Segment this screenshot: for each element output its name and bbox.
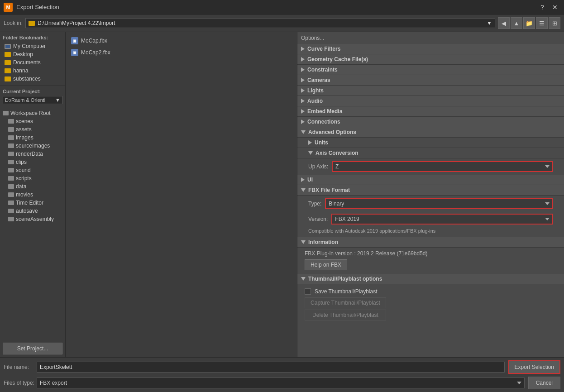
tree-item-workspace-root[interactable]: Workspace Root xyxy=(0,109,65,117)
folder-icon xyxy=(29,21,35,26)
up-axis-dropdown[interactable]: Z xyxy=(332,161,553,172)
file-name-mocap2: MoCap2.fbx xyxy=(81,49,110,56)
help-button[interactable]: ? xyxy=(537,2,548,13)
file-type-dropdown[interactable]: FBX export xyxy=(37,378,525,388)
toolbar-buttons: ◀ ▲ 📁 ☰ ⊞ xyxy=(498,17,560,29)
bookmark-desktop-label: Desktop xyxy=(13,51,33,57)
new-folder-button[interactable]: 📁 xyxy=(523,17,535,29)
file-type-arrow xyxy=(517,382,521,384)
type-row: Type: Binary xyxy=(297,196,564,212)
section-cameras-label: Cameras xyxy=(307,77,330,83)
bookmark-hanna[interactable]: hanna xyxy=(3,67,62,75)
section-lights-label: Lights xyxy=(307,87,324,94)
file-item-mocap[interactable]: ▣ MoCap.fbx xyxy=(69,36,293,46)
up-axis-label: Up Axis: xyxy=(308,163,328,170)
tree-item-scripts-label: scripts xyxy=(16,175,32,182)
grid-view-button[interactable]: ⊞ xyxy=(549,17,560,29)
save-thumbnail-row: Save Thumbnail/Playblast xyxy=(305,287,557,296)
section-cameras[interactable]: Cameras xyxy=(297,75,564,86)
section-fbx-file-format[interactable]: FBX File Format xyxy=(297,185,564,196)
tree-item-scripts[interactable]: scripts xyxy=(0,174,65,182)
file-name-input[interactable] xyxy=(37,362,505,373)
section-lights[interactable]: Lights xyxy=(297,86,564,96)
file-name-mocap: MoCap.fbx xyxy=(81,38,107,44)
cancel-button[interactable]: Cancel xyxy=(528,377,560,389)
help-fbx-button[interactable]: Help on FBX xyxy=(305,259,347,270)
options-scroll[interactable]: Curve Filters Geometry Cache File(s) Con… xyxy=(297,44,564,357)
export-selection-button[interactable]: Export Selection xyxy=(508,360,560,374)
file-type-value: FBX export xyxy=(40,380,67,386)
triangle-thumbnail xyxy=(301,277,306,281)
tree-item-sourceimages[interactable]: sourceImages xyxy=(0,142,65,150)
tree-item-sound-label: sound xyxy=(16,167,31,173)
type-dropdown[interactable]: Binary xyxy=(325,198,553,209)
folder-documents-icon xyxy=(5,60,11,65)
tree-item-assets[interactable]: assets xyxy=(0,125,65,134)
tree-item-sceneassembly[interactable]: sceneAssembly xyxy=(0,215,65,223)
section-thumbnail[interactable]: Thumbnail/Playblast options xyxy=(297,274,564,284)
look-in-bar: Look in: D:\Unreal\MyProject 4.22\Import… xyxy=(0,14,564,32)
tree-item-sound[interactable]: sound xyxy=(0,166,65,174)
type-value: Binary xyxy=(329,201,344,207)
file-name-row: File name: Export Selection xyxy=(4,360,560,374)
bookmark-substances[interactable]: substances xyxy=(3,75,62,83)
tree-item-images[interactable]: images xyxy=(0,134,65,142)
tree-item-movies[interactable]: movies xyxy=(0,191,65,199)
bottom-bar: File name: Export Selection Files of typ… xyxy=(0,357,564,392)
close-button[interactable]: ✕ xyxy=(550,2,560,13)
tree-item-renderdata[interactable]: renderData xyxy=(0,150,65,158)
monitor-icon xyxy=(5,44,11,49)
tree-item-assets-label: assets xyxy=(16,126,32,133)
tree-item-renderdata-label: renderData xyxy=(16,151,43,157)
tree-item-data[interactable]: data xyxy=(0,182,65,191)
section-embed-media[interactable]: Embed Media xyxy=(297,106,564,117)
folder-hanna-icon xyxy=(5,68,11,73)
section-constraints-label: Constraints xyxy=(307,67,338,73)
tree-item-time-editor[interactable]: Time Editor xyxy=(0,199,65,207)
up-axis-arrow xyxy=(545,165,550,168)
nav-back-button[interactable]: ◀ xyxy=(498,17,510,29)
list-view-button[interactable]: ☰ xyxy=(536,17,548,29)
bookmark-documents[interactable]: Documents xyxy=(3,58,62,67)
section-ui[interactable]: UI xyxy=(297,175,564,185)
section-advanced-options[interactable]: Advanced Options xyxy=(297,127,564,138)
version-dropdown[interactable]: FBX 2019 xyxy=(331,214,553,225)
section-fbx-format-label: FBX File Format xyxy=(308,187,350,193)
section-axis-conversion[interactable]: Axis Conversion xyxy=(297,148,564,158)
tree-item-scenes[interactable]: scenes xyxy=(0,117,65,125)
section-audio[interactable]: Audio xyxy=(297,96,564,106)
project-dropdown[interactable]: D:/Raum & Orienti ▼ xyxy=(3,96,62,104)
triangle-geometry-cache xyxy=(301,57,305,62)
project-dropdown-arrow: ▼ xyxy=(55,97,60,103)
file-item-mocap2[interactable]: ▣ MoCap2.fbx xyxy=(69,48,293,57)
nav-up-button[interactable]: ▲ xyxy=(511,17,522,29)
tree-item-autosave[interactable]: autosave xyxy=(0,207,65,215)
thumbnail-section: Save Thumbnail/Playblast Capture Thumbna… xyxy=(297,284,564,325)
section-units[interactable]: Units xyxy=(297,138,564,148)
bookmark-desktop[interactable]: Desktop xyxy=(3,50,62,58)
look-in-label: Look in: xyxy=(4,20,23,26)
folder-data-icon xyxy=(8,184,14,189)
fbx-icon-mocap: ▣ xyxy=(71,37,78,44)
folder-workspace-icon xyxy=(3,111,9,115)
bookmark-my-computer[interactable]: My Computer xyxy=(3,42,62,50)
triangle-curve-filters xyxy=(301,47,305,51)
folder-assets-icon xyxy=(8,127,14,132)
title-bar: M Export Selection ? ✕ xyxy=(0,0,564,14)
plugin-version-text: FBX Plug-in version : 2019.2 Release (71… xyxy=(305,249,557,258)
section-curve-filters[interactable]: Curve Filters xyxy=(297,44,564,54)
look-in-path[interactable]: D:\Unreal\MyProject 4.22\Import ▼ xyxy=(25,18,495,28)
tree-item-clips[interactable]: clips xyxy=(0,158,65,166)
section-constraints[interactable]: Constraints xyxy=(297,65,564,75)
app-icon: M xyxy=(4,3,13,12)
section-geometry-cache[interactable]: Geometry Cache File(s) xyxy=(297,54,564,65)
tree-item-autosave-label: autosave xyxy=(16,208,38,214)
section-information[interactable]: Information xyxy=(297,237,564,248)
set-project-button[interactable]: Set Project... xyxy=(3,343,62,354)
save-thumbnail-checkbox[interactable] xyxy=(305,288,311,295)
section-connections[interactable]: Connections xyxy=(297,117,564,127)
save-thumbnail-label: Save Thumbnail/Playblast xyxy=(315,288,378,295)
capture-thumbnail-button[interactable]: Capture Thumbnail/Playblast xyxy=(305,297,386,308)
triangle-embed-media xyxy=(301,109,305,114)
delete-thumbnail-button[interactable]: Delete Thumbnail/Playblast xyxy=(305,310,386,320)
